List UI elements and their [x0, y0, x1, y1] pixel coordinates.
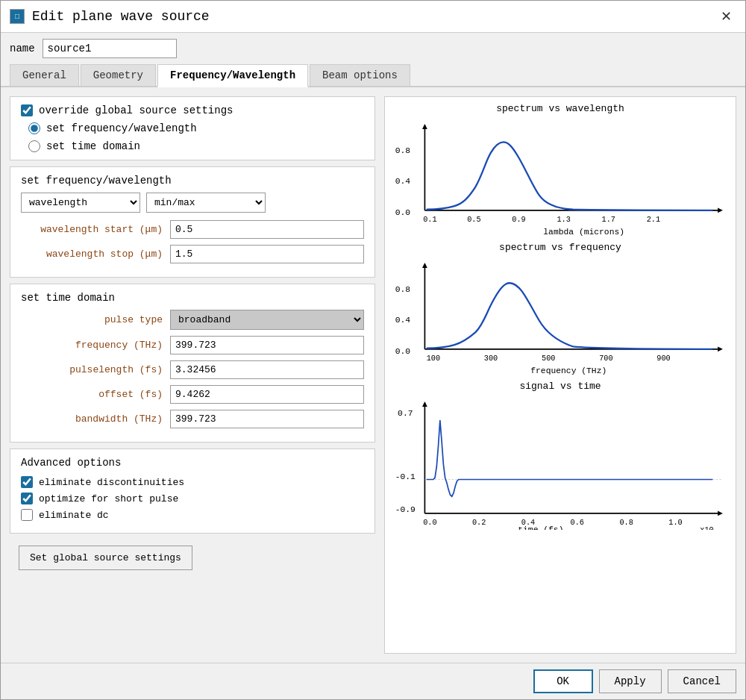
- window-icon: □: [10, 9, 25, 24]
- eliminate-dc-checkbox[interactable]: [21, 509, 33, 521]
- svg-text:300: 300: [484, 353, 498, 362]
- ok-button[interactable]: OK: [533, 669, 593, 693]
- eliminate-disc-checkbox[interactable]: [21, 476, 33, 488]
- chart-spectrum-frequency: spectrum vs frequency 0.0 0.4 0.8 100 30…: [391, 242, 730, 375]
- bottom-bar: Set global source settings: [10, 540, 375, 576]
- svg-text:-0.9: -0.9: [395, 504, 416, 513]
- svg-marker-2: [422, 124, 427, 129]
- svg-text:0.5: 0.5: [467, 215, 480, 224]
- pulse-type-select[interactable]: broadband continuous wave: [170, 310, 364, 330]
- title-bar: □ Edit plane wave source ✕: [1, 1, 745, 33]
- offset-label: offset (fs): [21, 389, 170, 400]
- svg-text:100: 100: [427, 353, 440, 362]
- svg-text:1.0: 1.0: [668, 517, 682, 526]
- advanced-section: Advanced options eliminate discontinuiti…: [10, 449, 375, 534]
- set-freq-title: set frequency/wavelength: [21, 175, 364, 187]
- bandwidth-input[interactable]: [170, 410, 364, 428]
- svg-text:0.8: 0.8: [619, 517, 633, 526]
- set-time-section: set time domain pulse type broadband con…: [10, 284, 375, 443]
- pulselength-row: pulselength (fs): [21, 360, 364, 379]
- override-checkbox[interactable]: [21, 104, 33, 116]
- radio-freq-wave-input[interactable]: [28, 122, 40, 134]
- chart1-svg: 0.0 0.4 0.8 0.1 0.5 0.9 1.3 1.7 2.1 lamb…: [391, 117, 730, 236]
- tab-beam-options[interactable]: Beam options: [310, 64, 410, 86]
- wavelength-stop-input[interactable]: [170, 245, 364, 263]
- minmax-dropdown[interactable]: min/max center/span: [146, 193, 266, 213]
- optimize-short-row: optimize for short pulse: [21, 493, 364, 504]
- frequency-input[interactable]: [170, 336, 364, 354]
- offset-input[interactable]: [170, 385, 364, 404]
- svg-text:2.1: 2.1: [647, 215, 660, 224]
- svg-text:1.7: 1.7: [602, 215, 615, 224]
- svg-text:x10: x10: [700, 525, 713, 531]
- radio-time-domain: set time domain: [28, 140, 364, 152]
- bandwidth-label: bandwidth (THz): [21, 413, 170, 425]
- wavelength-start-row: wavelength start (μm): [21, 220, 364, 239]
- svg-text:1.3: 1.3: [557, 215, 570, 224]
- title-bar-left: □ Edit plane wave source: [10, 9, 210, 24]
- frequency-label: frequency (THz): [21, 340, 170, 351]
- tab-geometry[interactable]: Geometry: [81, 64, 156, 86]
- svg-text:0.9: 0.9: [512, 215, 525, 224]
- bandwidth-row: bandwidth (THz): [21, 410, 364, 428]
- radio-time-domain-label: set time domain: [46, 140, 140, 152]
- override-label: override global source settings: [39, 104, 233, 116]
- radio-freq-wave: set frequency/wavelength: [28, 122, 364, 134]
- chart3-title: signal vs time: [519, 381, 601, 392]
- chart-signal-time: signal vs time -0.9 -0.1 0.7 0.0 0.2 0.4: [391, 381, 730, 531]
- svg-text:0.4: 0.4: [395, 177, 411, 186]
- pulse-type-row: pulse type broadband continuous wave: [21, 310, 364, 330]
- eliminate-dc-label: eliminate dc: [39, 510, 109, 521]
- radio-group: set frequency/wavelength set time domain: [21, 122, 364, 152]
- wavelength-dropdown[interactable]: wavelength frequency: [21, 193, 140, 213]
- frequency-row: frequency (THz): [21, 336, 364, 354]
- wavelength-stop-label: wavelength stop (μm): [21, 249, 170, 260]
- name-row: name: [1, 33, 745, 64]
- wavelength-start-input[interactable]: [170, 220, 364, 239]
- dialog: □ Edit plane wave source ✕ name General …: [0, 0, 746, 700]
- radio-freq-wave-label: set frequency/wavelength: [46, 122, 197, 134]
- cancel-button[interactable]: Cancel: [668, 669, 736, 693]
- tab-frequency-wavelength[interactable]: Frequency/Wavelength: [157, 64, 308, 87]
- pulse-type-label: pulse type: [21, 314, 170, 325]
- set-freq-section: set frequency/wavelength wavelength freq…: [10, 166, 375, 278]
- svg-text:0.2: 0.2: [472, 517, 486, 526]
- tabs: General Geometry Frequency/Wavelength Be…: [1, 64, 745, 87]
- svg-text:0.1: 0.1: [423, 215, 436, 224]
- apply-button[interactable]: Apply: [599, 669, 662, 693]
- left-panel: override global source settings set freq…: [10, 96, 375, 654]
- svg-marker-16: [422, 263, 427, 268]
- svg-text:0.7: 0.7: [398, 409, 413, 418]
- svg-marker-3: [718, 207, 723, 213]
- name-input[interactable]: [43, 39, 177, 58]
- svg-text:0.4: 0.4: [395, 315, 411, 324]
- close-button[interactable]: ✕: [716, 7, 736, 26]
- wavelength-start-label: wavelength start (μm): [21, 224, 170, 235]
- pulselength-input[interactable]: [170, 360, 364, 379]
- svg-marker-30: [718, 510, 723, 516]
- svg-text:0.8: 0.8: [395, 285, 411, 294]
- svg-marker-17: [718, 346, 723, 351]
- optimize-short-checkbox[interactable]: [21, 493, 33, 504]
- svg-text:frequency (THz): frequency (THz): [530, 366, 606, 375]
- tab-general[interactable]: General: [10, 64, 79, 86]
- content-area: override global source settings set freq…: [1, 87, 745, 663]
- dialog-footer: OK Apply Cancel: [1, 663, 745, 699]
- global-settings-button[interactable]: Set global source settings: [19, 546, 192, 570]
- advanced-title: Advanced options: [21, 457, 364, 469]
- svg-text:0.0: 0.0: [395, 346, 411, 355]
- svg-text:-0.1: -0.1: [395, 472, 416, 481]
- wavelength-stop-row: wavelength stop (μm): [21, 245, 364, 263]
- svg-text:0.8: 0.8: [395, 146, 411, 155]
- svg-text:lambda (microns): lambda (microns): [543, 228, 624, 236]
- chart-spectrum-wavelength: spectrum vs wavelength 0.0 0.4 0.8 0.1 0…: [391, 103, 730, 236]
- right-panel: spectrum vs wavelength 0.0 0.4 0.8 0.1 0…: [384, 96, 736, 654]
- chart1-title: spectrum vs wavelength: [496, 103, 624, 114]
- name-label: name: [10, 43, 35, 54]
- svg-text:time (fs): time (fs): [518, 525, 563, 531]
- svg-text:0.0: 0.0: [395, 208, 411, 217]
- radio-time-domain-input[interactable]: [28, 140, 40, 152]
- svg-text:500: 500: [542, 353, 555, 362]
- svg-text:0.6: 0.6: [571, 517, 584, 526]
- chart3-svg: -0.9 -0.1 0.7 0.0 0.2 0.4 0.6 0.8 1.0 ti…: [391, 395, 730, 531]
